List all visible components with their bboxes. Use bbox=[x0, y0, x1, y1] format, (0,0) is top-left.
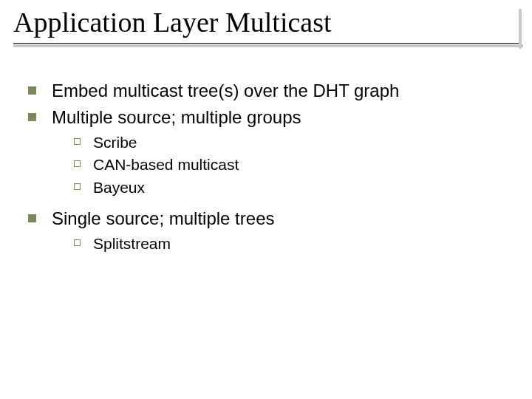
bullet-text: Multiple source; multiple groups bbox=[52, 107, 301, 127]
bullet-item: Single source; multiple trees Splitstrea… bbox=[28, 208, 510, 253]
bullet-item: Embed multicast tree(s) over the DHT gra… bbox=[28, 80, 510, 102]
sub-bullet-text: Bayeux bbox=[93, 179, 145, 196]
sub-bullet-text: Scribe bbox=[93, 134, 137, 151]
open-square-bullet-icon bbox=[74, 160, 81, 167]
title-rule bbox=[13, 43, 519, 44]
open-square-bullet-icon bbox=[74, 239, 81, 246]
sub-bullet-text: Splitstream bbox=[93, 235, 171, 252]
bullet-text: Embed multicast tree(s) over the DHT gra… bbox=[52, 81, 399, 100]
bullet-item: Multiple source; multiple groups Scribe … bbox=[28, 106, 510, 197]
sub-bullet-text: CAN-based multicast bbox=[93, 156, 239, 173]
sub-bullet-item: Bayeux bbox=[74, 178, 510, 197]
title-area: Application Layer Multicast bbox=[13, 6, 519, 44]
square-bullet-icon bbox=[28, 214, 36, 222]
square-bullet-icon bbox=[28, 113, 36, 121]
slide-body: Embed multicast tree(s) over the DHT gra… bbox=[28, 80, 510, 264]
sub-bullet-item: Splitstream bbox=[74, 234, 510, 253]
slide-title: Application Layer Multicast bbox=[13, 6, 519, 40]
square-bullet-icon bbox=[28, 86, 36, 95]
bullet-text: Single source; multiple trees bbox=[52, 208, 274, 228]
sub-bullet-item: Scribe bbox=[74, 133, 510, 152]
open-square-bullet-icon bbox=[74, 183, 81, 190]
sub-bullet-item: CAN-based multicast bbox=[74, 155, 510, 174]
open-square-bullet-icon bbox=[74, 138, 81, 145]
